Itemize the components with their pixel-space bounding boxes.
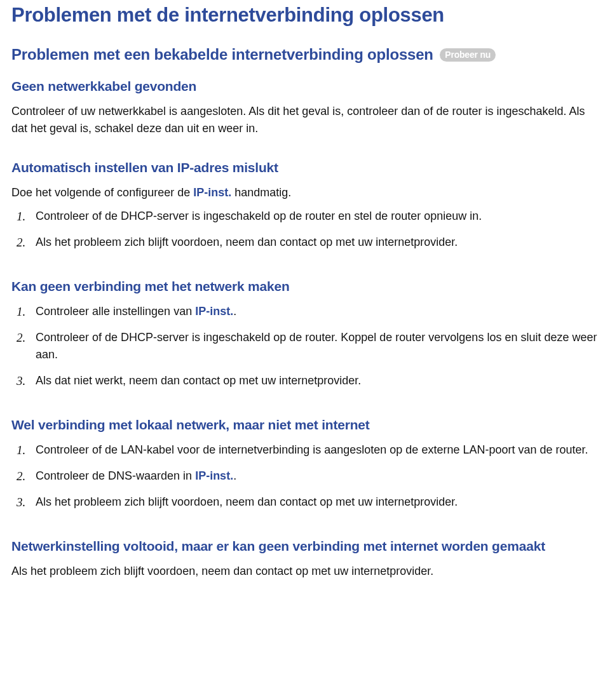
section-no-cable: Geen netwerkkabel gevonden Controleer of… — [11, 79, 599, 137]
step-text: Controleer of de DHCP-server is ingescha… — [36, 331, 597, 361]
step-text: Controleer of de LAN-kabel voor de inter… — [36, 443, 588, 456]
section-ip-auto-fail: Automatisch instellen van IP-adres mislu… — [11, 160, 599, 251]
body-text: Controleer of uw netwerkkabel is aangesl… — [11, 103, 599, 137]
list-item: 2. Controleer de DNS-waarden in IP-inst.… — [11, 468, 599, 485]
ip-inst-link[interactable]: IP-inst. — [195, 305, 233, 318]
body-text: Als het probleem zich blijft voordoen, n… — [11, 563, 599, 580]
step-number: 3. — [17, 494, 25, 512]
section-heading: Automatisch instellen van IP-adres mislu… — [11, 160, 599, 175]
wired-section-header: Problemen met een bekabelde internetverb… — [11, 46, 599, 64]
step-number: 1. — [17, 208, 25, 226]
step-text: Als dat niet werkt, neem dan contact op … — [36, 374, 361, 387]
section-heading: Wel verbinding met lokaal netwerk, maar … — [11, 417, 599, 433]
step-number: 1. — [17, 303, 25, 321]
step-text: Controleer alle instellingen van IP-inst… — [36, 305, 236, 318]
list-item: 3. Als dat niet werkt, neem dan contact … — [11, 372, 599, 389]
step-text: Controleer of de DHCP-server is ingescha… — [36, 210, 482, 222]
section-heading: Netwerkinstelling voltooid, maar er kan … — [11, 539, 599, 554]
step-list: 1. Controleer of de DHCP-server is inges… — [11, 208, 599, 251]
step-number: 2. — [17, 234, 25, 252]
list-item: 1. Controleer of de LAN-kabel voor de in… — [11, 441, 599, 459]
wired-heading: Problemen met een bekabelde internetverb… — [11, 46, 433, 64]
section-heading: Kan geen verbinding met het netwerk make… — [11, 279, 599, 294]
section-heading: Geen netwerkkabel gevonden — [11, 79, 599, 94]
list-item: 2. Controleer of de DHCP-server is inges… — [11, 329, 599, 363]
page-title: Problemen met de internetverbinding oplo… — [11, 4, 599, 27]
step-text: Controleer de DNS-waarden in IP-inst.. — [36, 469, 236, 482]
ip-inst-link[interactable]: IP-inst. — [193, 186, 231, 199]
step-number: 2. — [17, 329, 25, 347]
step-list: 1. Controleer alle instellingen van IP-i… — [11, 303, 599, 389]
ip-inst-link[interactable]: IP-inst. — [195, 469, 233, 482]
list-item: 1. Controleer alle instellingen van IP-i… — [11, 303, 599, 320]
step-text: Als het probleem zich blijft voordoen, n… — [36, 236, 458, 248]
intro-text: Doe het volgende of configureer de IP-in… — [11, 184, 599, 201]
step-text: Als het probleem zich blijft voordoen, n… — [36, 495, 458, 508]
step-number: 3. — [17, 372, 25, 391]
section-no-network: Kan geen verbinding met het netwerk make… — [11, 279, 599, 389]
step-number: 2. — [17, 468, 25, 486]
list-item: 2. Als het probleem zich blijft voordoen… — [11, 234, 599, 251]
list-item: 3. Als het probleem zich blijft voordoen… — [11, 494, 599, 511]
help-document: Problemen met de internetverbinding oplo… — [0, 0, 610, 621]
list-item: 1. Controleer of de DHCP-server is inges… — [11, 208, 599, 225]
section-setup-done-no-internet: Netwerkinstelling voltooid, maar er kan … — [11, 539, 599, 580]
section-local-only: Wel verbinding met lokaal netwerk, maar … — [11, 417, 599, 511]
step-number: 1. — [17, 441, 25, 460]
step-list: 1. Controleer of de LAN-kabel voor de in… — [11, 441, 599, 511]
try-now-button[interactable]: Probeer nu — [440, 48, 496, 62]
